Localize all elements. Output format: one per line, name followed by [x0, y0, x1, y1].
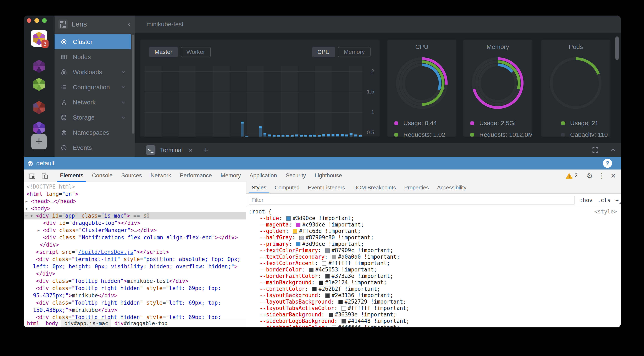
color-swatch[interactable] [325, 274, 330, 279]
color-swatch[interactable] [312, 287, 316, 291]
color-swatch[interactable] [342, 319, 346, 324]
minimize-window-button[interactable] [34, 18, 39, 23]
dom-tree-row[interactable]: 150.438px;">minikube</div> [24, 307, 246, 314]
device-toolbar-button[interactable] [41, 172, 49, 180]
color-swatch[interactable] [300, 236, 304, 240]
dom-tree-row[interactable]: ▾<body> [24, 205, 246, 212]
color-swatch[interactable] [332, 326, 336, 327]
css-variable-line[interactable]: --halfGray: #87909c80 !important; [249, 234, 621, 241]
dom-tree-row[interactable]: <!DOCTYPE html> [24, 183, 246, 190]
color-swatch[interactable] [342, 306, 346, 311]
expand-arrow-closed-icon[interactable]: ▸ [38, 227, 40, 234]
expand-arrow-closed-icon[interactable]: ▸ [26, 198, 28, 205]
devtools-tab-memory[interactable]: Memory [216, 170, 245, 182]
cluster-icon-2[interactable] [31, 58, 47, 75]
dom-tree-row[interactable]: <div class="terminal-init" style="positi… [24, 256, 246, 263]
css-variable-line[interactable]: --sidebarLogoBackground: #414448 !import… [249, 318, 621, 324]
styles-tab-computed[interactable]: Computed [270, 182, 304, 193]
devtools-tab-performance[interactable]: Performance [176, 170, 216, 182]
sidebar-item-configuration[interactable]: Configuration [54, 80, 131, 95]
terminal-collapse-button[interactable] [610, 148, 616, 152]
color-swatch[interactable] [329, 313, 333, 317]
metric-toggle-cpu[interactable]: CPU [312, 47, 335, 57]
node-toggle-master[interactable]: Master [149, 47, 178, 57]
dom-tree-row[interactable]: ▸<head>…</head> [24, 198, 246, 205]
cluster-icon-4[interactable] [31, 99, 47, 116]
expand-arrow-open-icon[interactable]: ▾ [26, 205, 28, 212]
css-variable-line[interactable]: --blue: #3d90ce !important; [249, 215, 621, 221]
overview-scrollbar[interactable] [615, 36, 619, 60]
css-variable-line[interactable]: --textColorPrimary: #87909c !important; [249, 247, 621, 254]
help-button[interactable]: ? [603, 159, 612, 168]
terminal-fullscreen-button[interactable] [592, 147, 598, 153]
color-swatch[interactable] [332, 255, 336, 259]
sidebar-item-namespaces[interactable]: Namespaces [54, 125, 131, 140]
inspect-element-button[interactable] [28, 172, 36, 180]
color-swatch[interactable] [293, 229, 297, 233]
new-style-rule-button[interactable]: + [615, 197, 619, 203]
expand-arrow-open-icon[interactable]: ▾ [30, 212, 32, 219]
styles-tab-event-listeners[interactable]: Event Listeners [304, 182, 349, 193]
color-swatch[interactable] [322, 261, 326, 266]
css-variable-line[interactable]: --borderColor: #4c5053 !important; [249, 266, 621, 273]
css-variable-line[interactable]: --textColorAccent: #ffffff !important; [249, 260, 621, 266]
dom-tree-row[interactable]: <script src="/build/LensDev.js"></script… [24, 248, 246, 256]
cluster-icon-3[interactable] [31, 76, 47, 93]
css-variable-line[interactable]: --mainBackground: #1e2124 !important; [249, 279, 621, 286]
dom-tree-row[interactable]: <html lang="en"> [24, 190, 246, 198]
breadcrumb-item[interactable]: html [24, 319, 42, 327]
sidebar-scrollbar[interactable] [132, 35, 134, 134]
terminal-tab[interactable]: Terminal [160, 147, 183, 154]
devtools-close-button[interactable]: × [610, 171, 616, 181]
devtools-tab-elements[interactable]: Elements [56, 170, 88, 182]
css-variable-line[interactable]: --layoutTabsBackground: #252729 !importa… [249, 299, 621, 305]
breadcrumb-item[interactable]: div#app.is-mac [61, 319, 111, 327]
css-variable-line[interactable]: --layoutTabsActiveColor: #ffffff !import… [249, 305, 621, 312]
color-swatch[interactable] [296, 223, 300, 227]
zoom-window-button[interactable] [42, 18, 47, 23]
breadcrumb-item[interactable]: body [42, 319, 61, 327]
pseudo-state-toggle[interactable]: :hov [580, 197, 592, 203]
dom-tree-row[interactable]: <div class="Tooltip hidden">minikube-tes… [24, 277, 246, 285]
dom-tree-row[interactable]: <div class="Tooltip right hidden" style=… [24, 299, 246, 307]
cluster-icon-5[interactable] [31, 120, 47, 136]
close-window-button[interactable] [27, 18, 31, 23]
row-actions-ellipsis[interactable]: ⋯ [25, 212, 29, 219]
metric-toggle-memory[interactable]: Memory [338, 47, 370, 57]
color-swatch[interactable] [338, 300, 343, 304]
dom-tree-row[interactable]: ▸<div class="ClusterManager">…</div> [24, 227, 246, 234]
dom-tree-row[interactable]: </div> [24, 241, 246, 248]
sidebar-item-network[interactable]: Network [54, 95, 131, 110]
add-cluster-button[interactable]: + [31, 134, 47, 149]
dom-tree-row[interactable]: 95.4375px;">minikube</div> [24, 292, 246, 299]
color-swatch[interactable] [286, 216, 291, 221]
color-swatch[interactable] [325, 248, 330, 253]
sidebar-item-workloads[interactable]: Workloads [54, 64, 131, 80]
color-swatch[interactable] [319, 281, 323, 285]
styles-filter-input[interactable] [249, 196, 574, 205]
devtools-tab-network[interactable]: Network [146, 170, 176, 182]
node-toggle-worker[interactable]: Worker [181, 47, 211, 57]
color-swatch[interactable] [309, 268, 314, 272]
css-variable-line[interactable]: --contentColor: #262b2f !important; [249, 286, 621, 292]
stylesheet-source[interactable]: <style> [594, 208, 617, 215]
color-swatch[interactable] [325, 293, 330, 298]
sidebar-item-storage[interactable]: Storage [54, 110, 131, 125]
css-selector[interactable]: :root { [249, 208, 621, 215]
css-variable-line[interactable]: --borderFaintColor: #373a3e !important; [249, 273, 621, 279]
sidebar-collapse-button[interactable] [127, 22, 132, 27]
devtools-tab-console[interactable]: Console [88, 170, 117, 182]
dom-tree-row[interactable]: <div class="Tooltip right hidden" style=… [24, 285, 246, 292]
element-classes-toggle[interactable]: .cls [598, 197, 610, 203]
cluster-icon-1[interactable]: 3 [31, 30, 47, 47]
styles-tab-styles[interactable]: Styles [248, 182, 270, 193]
devtools-tab-sources[interactable]: Sources [117, 170, 146, 182]
source-link[interactable]: /build/LensDev.js [78, 249, 134, 255]
dom-tree-row[interactable]: </div> [24, 270, 246, 277]
dom-tree-row[interactable]: <div id="draggable-top"></div> [24, 219, 246, 227]
devtools-menu-button[interactable]: ⋮ [598, 172, 605, 180]
terminal-close-button[interactable]: × [188, 146, 193, 154]
css-variable-line[interactable]: --sidebarBackground: #36393e !important; [249, 312, 621, 318]
css-variable-line[interactable]: --primary: #3d90ce !important; [249, 241, 621, 247]
css-variable-line[interactable]: --sidebarActiveColor: #ffffff !important… [249, 324, 621, 327]
